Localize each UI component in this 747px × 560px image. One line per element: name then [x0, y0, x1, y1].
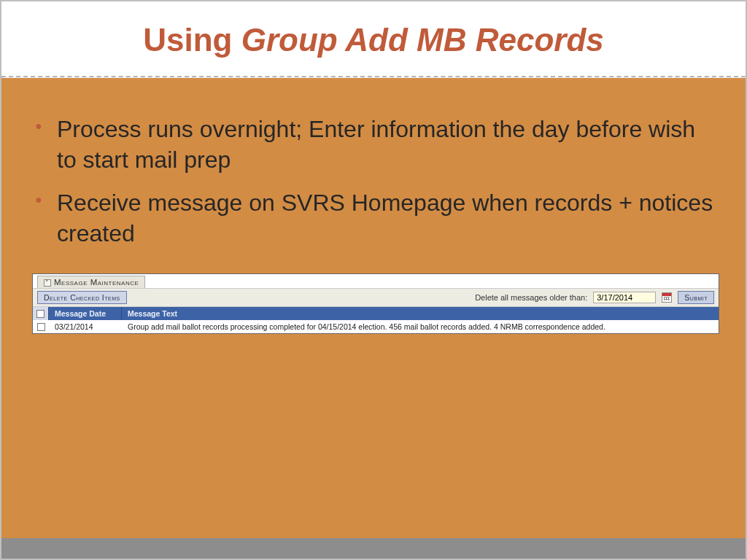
header-message-date: Message Date	[49, 307, 122, 320]
title-area: Using Group Add MB Records	[1, 1, 746, 76]
bullet-list: Process runs overnight; Enter informatio…	[32, 114, 719, 249]
message-maintenance-panel: ˄Message Maintenance Delete Checked Item…	[32, 273, 719, 334]
row-date: 03/21/2014	[49, 322, 122, 331]
header-message-text: Message Text	[122, 307, 719, 320]
panel-tab[interactable]: ˄Message Maintenance	[37, 276, 145, 288]
panel-tab-label: Message Maintenance	[54, 278, 139, 287]
slide-title: Using Group Add MB Records	[16, 22, 731, 58]
delete-checked-button[interactable]: Delete Checked Items	[37, 291, 127, 304]
row-text: Group add mail ballot records processing…	[122, 322, 719, 331]
footer-bar	[1, 538, 746, 559]
row-checkbox-cell	[33, 323, 49, 331]
content-area: Process runs overnight; Enter informatio…	[1, 78, 746, 538]
header-checkbox-cell	[33, 307, 49, 320]
slide: Using Group Add MB Records Process runs …	[0, 0, 747, 560]
panel-toolbar: Delete Checked Items Delete all messages…	[33, 288, 719, 307]
bullet-item: Receive message on SVRS Homepage when re…	[32, 188, 719, 249]
table-row: 03/21/2014 Group add mail ballot records…	[33, 320, 719, 333]
row-checkbox[interactable]	[37, 323, 45, 331]
title-italic: Group Add MB Records	[241, 22, 604, 58]
older-than-label: Delete all messages older than:	[475, 293, 587, 302]
calendar-icon[interactable]	[662, 292, 672, 303]
title-plain: Using	[143, 22, 241, 58]
select-all-checkbox[interactable]	[36, 310, 44, 318]
bullet-item: Process runs overnight; Enter informatio…	[32, 114, 719, 175]
older-than-date-input[interactable]	[593, 292, 656, 303]
collapse-icon[interactable]: ˄	[44, 279, 51, 287]
table-header: Message Date Message Text	[33, 307, 719, 320]
submit-button[interactable]: Submit	[678, 291, 714, 304]
